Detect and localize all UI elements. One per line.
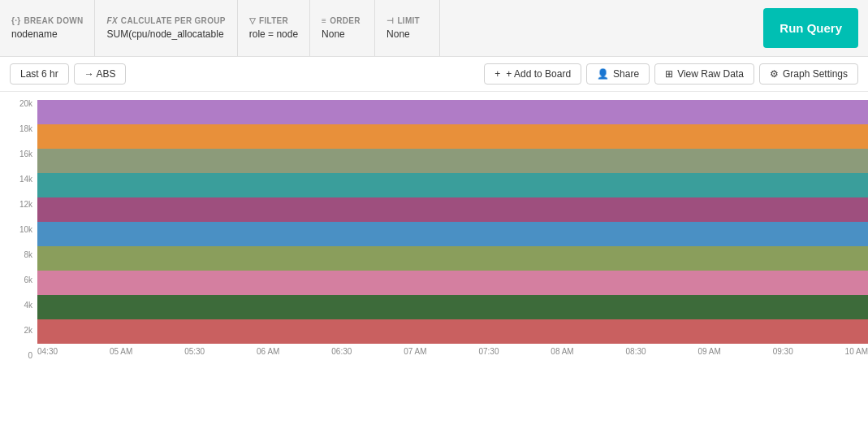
chart-area: 20k 18k 16k 14k 12k 10k 8k 6k 4k 2k 0 04… — [0, 92, 868, 384]
bar-segment-10 — [37, 319, 868, 344]
query-toolbar: {·} BREAK DOWN nodename fx CALCULATE PER… — [0, 0, 868, 57]
x-label-0930: 09:30 — [773, 347, 793, 356]
filter-icon: ▽ — [249, 16, 256, 25]
y-label-20k: 20k — [19, 100, 32, 108]
y-label-0: 0 — [28, 352, 32, 360]
x-label-0530: 05:30 — [184, 347, 205, 356]
stacked-bars — [37, 100, 868, 344]
settings-icon: ⚙ — [770, 68, 779, 80]
action-bar: Last 6 hr → ABS + + Add to Board 👤 Share… — [0, 57, 868, 92]
bar-segment-5 — [37, 197, 868, 222]
bar-segment-2 — [37, 124, 868, 149]
graph-settings-button[interactable]: ⚙ Graph Settings — [759, 63, 858, 85]
limit-value: None — [386, 28, 428, 40]
calculate-section[interactable]: fx CALCULATE PER GROUP SUM(cpu/node_allo… — [95, 0, 237, 56]
filter-section[interactable]: ▽ FILTER role = node — [238, 0, 310, 56]
add-to-board-button[interactable]: + + Add to Board — [484, 63, 581, 85]
x-axis: 04:30 05 AM 05:30 06 AM 06:30 07 AM 07:3… — [37, 344, 868, 356]
bar-segment-4 — [37, 173, 868, 197]
y-label-4k: 4k — [24, 301, 32, 310]
table-icon: ⊞ — [665, 68, 673, 80]
limit-label: ⊣ LIMIT — [386, 16, 428, 25]
share-icon: 👤 — [597, 68, 609, 80]
share-button[interactable]: 👤 Share — [586, 63, 650, 85]
x-label-09am: 09 AM — [697, 347, 720, 356]
x-label-0430: 04:30 — [37, 347, 58, 356]
bar-segment-7 — [37, 246, 868, 271]
x-label-06am: 06 AM — [257, 347, 279, 356]
x-label-0630: 06:30 — [331, 347, 352, 356]
order-section[interactable]: ≡ ORDER None — [310, 0, 375, 56]
abs-button[interactable]: → ABS — [74, 63, 127, 85]
bar-segment-9 — [37, 295, 868, 319]
calculate-icon: fx — [106, 16, 117, 25]
run-query-button[interactable]: Run Query — [763, 8, 858, 48]
x-label-0730: 07:30 — [478, 347, 499, 356]
x-label-10am: 10 AM — [845, 347, 868, 356]
action-bar-left: Last 6 hr → ABS — [10, 63, 477, 85]
y-label-12k: 12k — [19, 201, 32, 209]
x-label-07am: 07 AM — [404, 347, 426, 356]
y-axis: 20k 18k 16k 14k 12k 10k 8k 6k 4k 2k 0 — [0, 100, 37, 360]
order-value: None — [322, 28, 363, 40]
y-label-6k: 6k — [24, 276, 32, 284]
filter-label: ▽ FILTER — [249, 16, 298, 25]
bar-segment-8 — [37, 271, 868, 295]
order-label: ≡ ORDER — [322, 16, 363, 25]
calculate-value: SUM(cpu/node_allocatable — [106, 28, 225, 40]
limit-section[interactable]: ⊣ LIMIT None — [375, 0, 440, 56]
breakdown-icon: {·} — [11, 16, 20, 25]
breakdown-section[interactable]: {·} BREAK DOWN nodename — [0, 0, 95, 56]
filter-value: role = node — [249, 28, 298, 40]
order-icon: ≡ — [322, 16, 326, 25]
view-raw-data-button[interactable]: ⊞ View Raw Data — [654, 63, 754, 85]
plus-icon: + — [494, 68, 500, 80]
bar-segment-1 — [37, 100, 868, 124]
x-label-0830: 08:30 — [626, 347, 646, 356]
x-label-05am: 05 AM — [110, 347, 132, 356]
bar-segment-6 — [37, 222, 868, 246]
breakdown-label: {·} BREAK DOWN — [11, 16, 83, 25]
y-label-2k: 2k — [24, 327, 32, 335]
y-label-10k: 10k — [19, 226, 32, 234]
y-label-8k: 8k — [24, 251, 32, 259]
y-label-16k: 16k — [19, 150, 32, 158]
y-label-18k: 18k — [19, 125, 32, 133]
bar-segment-3 — [37, 149, 868, 173]
calculate-label: fx CALCULATE PER GROUP — [106, 16, 225, 25]
breakdown-value: nodename — [11, 28, 83, 40]
x-label-08am: 08 AM — [551, 347, 573, 356]
chart-inner: 04:30 05 AM 05:30 06 AM 06:30 07 AM 07:3… — [37, 100, 868, 360]
y-label-14k: 14k — [19, 176, 32, 184]
time-range-button[interactable]: Last 6 hr — [10, 63, 69, 85]
action-bar-right: + + Add to Board 👤 Share ⊞ View Raw Data… — [484, 63, 858, 85]
limit-icon: ⊣ — [386, 16, 394, 25]
